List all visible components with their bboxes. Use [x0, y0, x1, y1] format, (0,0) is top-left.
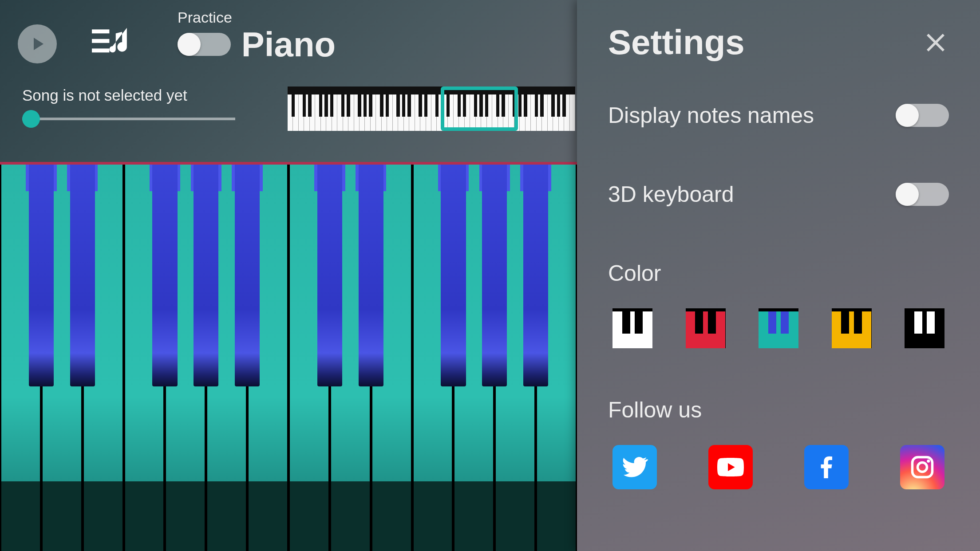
color-swatches	[608, 308, 949, 348]
facebook-icon	[813, 454, 840, 480]
song-list-button[interactable]	[89, 24, 133, 60]
song-progress-track[interactable]	[22, 118, 235, 120]
app-title: Piano	[0, 24, 577, 65]
follow-section-label: Follow us	[608, 397, 949, 423]
color-theme-red[interactable]	[686, 308, 726, 348]
close-settings-button[interactable]	[922, 29, 949, 56]
svg-point-4	[918, 463, 927, 472]
social-facebook[interactable]	[804, 445, 849, 489]
song-status-text: Song is not selected yet	[22, 87, 187, 104]
practice-toggle[interactable]	[178, 33, 231, 56]
black-key[interactable]	[233, 165, 262, 386]
display-notes-toggle[interactable]	[896, 104, 949, 127]
music-list-icon	[92, 28, 130, 57]
play-button[interactable]	[18, 24, 57, 63]
black-key[interactable]	[191, 165, 221, 386]
youtube-icon	[717, 454, 744, 480]
setting-row-3d-keyboard: 3D keyboard	[608, 181, 949, 207]
color-section-label: Color	[608, 260, 949, 286]
settings-header: Settings	[608, 22, 949, 63]
song-progress-thumb[interactable]	[22, 110, 40, 128]
social-youtube[interactable]	[708, 445, 753, 489]
color-theme-yellow[interactable]	[832, 308, 872, 348]
3d-keyboard-toggle[interactable]	[896, 183, 949, 206]
social-instagram[interactable]	[900, 445, 944, 489]
svg-rect-0	[92, 29, 109, 33]
black-key[interactable]	[521, 165, 551, 386]
keyboard-minimap[interactable]	[288, 87, 575, 131]
black-key[interactable]	[356, 165, 386, 386]
minimap-viewport[interactable]	[441, 87, 518, 131]
black-key[interactable]	[480, 165, 510, 386]
settings-title: Settings	[608, 22, 745, 63]
color-theme-teal[interactable]	[759, 308, 798, 348]
svg-rect-2	[92, 48, 109, 52]
svg-point-5	[927, 460, 930, 463]
black-key[interactable]	[439, 165, 468, 386]
top-bar: Practice Piano	[0, 0, 577, 67]
close-icon	[924, 31, 948, 55]
play-icon	[27, 33, 48, 55]
3d-keyboard-label: 3D keyboard	[608, 181, 734, 207]
piano-keyboard[interactable]	[0, 162, 577, 551]
settings-panel: Settings Display notes names 3D keyboard…	[577, 0, 980, 551]
setting-row-display-notes: Display notes names	[608, 102, 949, 128]
sub-row: Song is not selected yet	[0, 67, 577, 142]
svg-rect-1	[92, 39, 109, 43]
social-links	[608, 445, 949, 489]
instagram-icon	[909, 454, 936, 480]
main-area: Practice Piano Song is not selected yet	[0, 0, 577, 551]
social-twitter[interactable]	[612, 445, 657, 489]
display-notes-label: Display notes names	[608, 102, 814, 128]
twitter-icon	[621, 454, 648, 480]
black-key[interactable]	[150, 165, 180, 386]
black-key[interactable]	[67, 165, 97, 386]
practice-control: Practice	[178, 9, 232, 56]
black-key[interactable]	[26, 165, 56, 386]
color-theme-dark[interactable]	[905, 308, 944, 348]
color-theme-classic[interactable]	[612, 308, 652, 348]
black-key[interactable]	[315, 165, 344, 386]
practice-label: Practice	[178, 9, 232, 26]
